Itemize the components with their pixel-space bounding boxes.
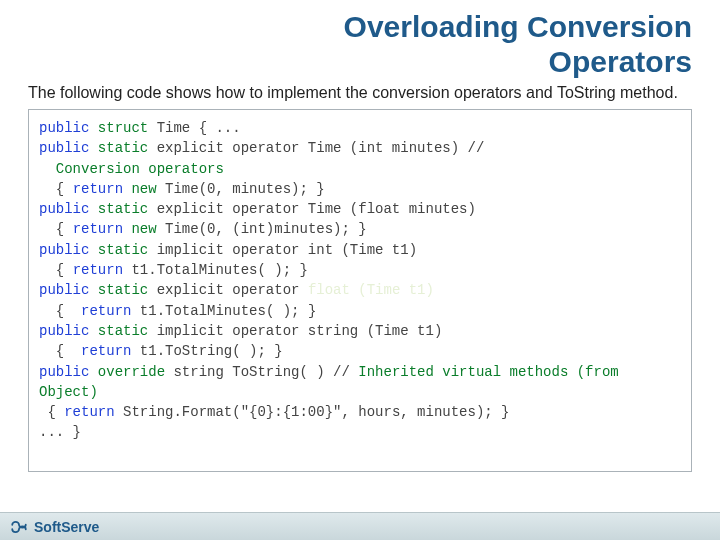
code-text: Time(0, (int)minutes); } <box>157 221 367 237</box>
kw-public: public <box>39 140 89 156</box>
code-text: t1.ToString( ); } <box>131 343 282 359</box>
kw-static: static <box>89 282 148 298</box>
kw-return: return <box>73 221 123 237</box>
code-text: { <box>56 181 73 197</box>
code-block: public struct Time { ... public static e… <box>28 109 692 472</box>
kw-new: new <box>123 221 157 237</box>
kw-new: new <box>123 181 157 197</box>
brand-logo: SoftServe <box>10 518 99 536</box>
code-text: ... } <box>39 424 81 440</box>
code-text: Time(0, minutes); } <box>157 181 325 197</box>
code-text: explicit operator Time (int minutes) // <box>148 140 492 156</box>
kw-public: public <box>39 282 89 298</box>
code-text: t1.TotalMinutes( ); } <box>123 262 308 278</box>
kw-override: override <box>89 364 165 380</box>
kw-return: return <box>81 343 131 359</box>
code-faded: float (Time t1) <box>308 282 434 298</box>
code-text: implicit operator int (Time t1) <box>148 242 417 258</box>
code-text: { <box>56 262 73 278</box>
code-text: explicit operator <box>148 282 308 298</box>
slide-title: Overloading Conversion Operators <box>0 0 720 79</box>
code-text: { <box>47 404 64 420</box>
code-text: { <box>56 343 81 359</box>
footer-bar: SoftServe <box>0 512 720 540</box>
code-text: implicit operator string (Time t1) <box>148 323 442 339</box>
brand-name: SoftServe <box>34 519 99 535</box>
kw-public: public <box>39 323 89 339</box>
code-text: t1.TotalMinutes( ); } <box>131 303 316 319</box>
intro-text: The following code shows how to implemen… <box>0 79 720 109</box>
code-text: string ToString( ) // <box>165 364 358 380</box>
kw-public: public <box>39 364 89 380</box>
code-text: Time { ... <box>148 120 240 136</box>
comment: Conversion operators <box>56 161 224 177</box>
code-text: { <box>56 221 73 237</box>
kw-static: static <box>89 242 148 258</box>
title-line-2: Operators <box>549 45 692 78</box>
kw-public: public <box>39 201 89 217</box>
kw-struct: struct <box>89 120 148 136</box>
code-text: String.Format("{0}:{1:00}", hours, minut… <box>115 404 510 420</box>
kw-return: return <box>73 181 123 197</box>
kw-public: public <box>39 120 89 136</box>
brand-swirl-icon <box>10 518 28 536</box>
kw-static: static <box>89 201 148 217</box>
kw-static: static <box>89 140 148 156</box>
kw-public: public <box>39 242 89 258</box>
code-text: explicit operator Time (float minutes) <box>148 201 476 217</box>
title-line-1: Overloading Conversion <box>344 10 692 43</box>
kw-return: return <box>73 262 123 278</box>
kw-return: return <box>64 404 114 420</box>
kw-static: static <box>89 323 148 339</box>
code-text: { <box>56 303 81 319</box>
kw-return: return <box>81 303 131 319</box>
